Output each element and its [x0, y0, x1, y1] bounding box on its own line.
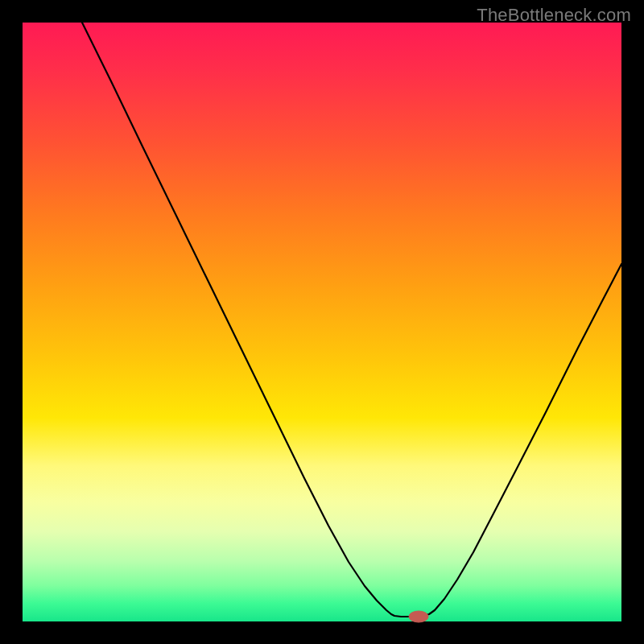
plot-area [23, 23, 621, 621]
bottleneck-curve [82, 23, 621, 617]
chart-svg [23, 23, 621, 621]
minimum-marker [409, 611, 428, 622]
outer-frame: TheBottleneck.com [0, 0, 644, 644]
